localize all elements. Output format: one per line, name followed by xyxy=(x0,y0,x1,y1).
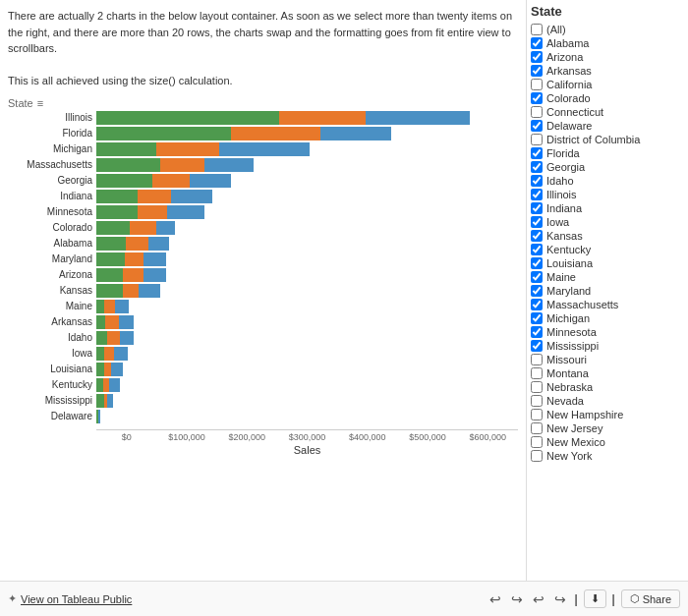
bar-group[interactable] xyxy=(96,127,391,140)
state-checkbox[interactable] xyxy=(531,230,543,242)
list-item[interactable]: District of Columbia xyxy=(531,133,684,146)
list-item[interactable]: New Jersey xyxy=(531,421,684,435)
list-item[interactable]: Minnesota xyxy=(531,325,684,339)
list-item[interactable]: Nebraska xyxy=(531,380,684,394)
list-item[interactable]: Massachusetts xyxy=(531,298,684,311)
list-item[interactable]: Georgia xyxy=(531,160,684,174)
list-item[interactable]: Illinois xyxy=(531,188,684,201)
forward-button[interactable]: ↪ xyxy=(552,589,568,609)
bar-group[interactable] xyxy=(96,394,113,408)
bar-group[interactable] xyxy=(96,142,310,156)
share-button[interactable]: ⬡ Share xyxy=(621,589,680,608)
state-checkbox[interactable] xyxy=(531,271,543,283)
state-checkbox[interactable] xyxy=(531,37,543,49)
bar-label: Mississippi xyxy=(8,395,96,406)
state-checkbox[interactable] xyxy=(531,340,543,352)
list-item[interactable]: Montana xyxy=(531,366,684,380)
state-checkbox[interactable] xyxy=(531,312,543,324)
state-checkbox[interactable] xyxy=(531,422,543,434)
list-item[interactable]: Arizona xyxy=(531,50,684,64)
list-item[interactable]: Connecticut xyxy=(531,105,684,119)
list-item[interactable]: Michigan xyxy=(531,311,684,325)
list-item[interactable]: Arkansas xyxy=(531,64,684,78)
state-label: Colorado xyxy=(546,92,591,104)
state-checkbox[interactable] xyxy=(531,134,543,145)
back-button[interactable]: ↩ xyxy=(531,589,546,609)
state-checkbox[interactable] xyxy=(531,216,543,228)
list-item[interactable]: New York xyxy=(531,449,684,463)
state-checkbox[interactable] xyxy=(531,244,543,255)
bar-group[interactable] xyxy=(96,252,166,266)
list-item[interactable]: Missouri xyxy=(531,353,684,366)
state-checkbox[interactable] xyxy=(531,354,543,365)
list-item[interactable]: Kentucky xyxy=(531,243,684,256)
state-checkbox[interactable] xyxy=(531,189,543,200)
download-button[interactable]: ⬇ xyxy=(584,589,606,608)
state-checkbox[interactable] xyxy=(531,79,543,90)
list-item[interactable]: Delaware xyxy=(531,119,684,133)
bar-group[interactable] xyxy=(96,410,100,423)
list-item[interactable]: Kansas xyxy=(531,229,684,243)
bar-group[interactable] xyxy=(96,237,169,251)
state-checkbox[interactable] xyxy=(531,367,543,379)
bar-group[interactable] xyxy=(96,300,129,313)
state-checkbox[interactable] xyxy=(531,299,543,310)
list-item[interactable]: New Hampshire xyxy=(531,408,684,421)
bar-group[interactable] xyxy=(96,158,254,172)
list-item[interactable]: Mississippi xyxy=(531,339,684,353)
list-item[interactable]: Maine xyxy=(531,270,684,284)
state-checkbox[interactable] xyxy=(531,92,543,104)
state-label: Maine xyxy=(546,271,576,283)
state-checkbox[interactable] xyxy=(531,147,543,159)
list-item[interactable]: Idaho xyxy=(531,174,684,188)
state-checkbox[interactable] xyxy=(531,381,543,393)
undo-button[interactable]: ↩ xyxy=(487,589,503,609)
bar-group[interactable] xyxy=(96,190,212,203)
bar-group[interactable] xyxy=(96,284,160,298)
list-item[interactable]: Alabama xyxy=(531,36,684,50)
bar-group[interactable] xyxy=(96,315,134,329)
bar-group[interactable] xyxy=(96,111,470,125)
bar-group[interactable] xyxy=(96,221,175,235)
view-on-tableau-link[interactable]: View on Tableau Public xyxy=(21,593,132,605)
list-item[interactable]: Maryland xyxy=(531,284,684,298)
bar-group[interactable] xyxy=(96,174,231,188)
state-checkbox[interactable] xyxy=(531,51,543,63)
sort-icon[interactable]: ≡ xyxy=(37,97,43,109)
bar-group[interactable] xyxy=(96,331,134,345)
state-checkbox[interactable] xyxy=(531,395,543,407)
state-checkbox[interactable] xyxy=(531,326,543,338)
state-checkbox[interactable] xyxy=(531,24,543,35)
bar-segment-orange xyxy=(279,111,365,125)
list-item[interactable]: Louisiana xyxy=(531,256,684,270)
state-checkbox[interactable] xyxy=(531,285,543,297)
state-checkbox[interactable] xyxy=(531,257,543,269)
state-label: New Jersey xyxy=(546,422,602,434)
state-checkbox[interactable] xyxy=(531,161,543,173)
state-checkbox[interactable] xyxy=(531,202,543,214)
list-item[interactable]: Indiana xyxy=(531,201,684,215)
redo-button[interactable]: ↪ xyxy=(509,589,525,609)
bar-group[interactable] xyxy=(96,347,128,361)
list-item[interactable]: California xyxy=(531,78,684,91)
bar-segment-orange xyxy=(152,174,190,188)
state-checkbox[interactable] xyxy=(531,65,543,77)
list-item[interactable]: New Mexico xyxy=(531,435,684,449)
list-item[interactable]: Florida xyxy=(531,146,684,160)
state-checkbox[interactable] xyxy=(531,175,543,187)
bar-group[interactable] xyxy=(96,363,123,376)
state-checkbox[interactable] xyxy=(531,409,543,420)
bar-group[interactable] xyxy=(96,378,120,392)
bar-group[interactable] xyxy=(96,268,166,282)
list-item[interactable]: Colorado xyxy=(531,91,684,105)
bar-group[interactable] xyxy=(96,205,204,219)
list-item[interactable]: Nevada xyxy=(531,394,684,408)
bar-segment-blue xyxy=(120,331,134,345)
state-checkbox[interactable] xyxy=(531,106,543,118)
state-checkbox[interactable] xyxy=(531,436,543,448)
state-checkbox[interactable] xyxy=(531,120,543,132)
state-label: Georgia xyxy=(546,161,585,173)
list-item[interactable]: (All) xyxy=(531,23,684,36)
state-checkbox[interactable] xyxy=(531,450,543,462)
list-item[interactable]: Iowa xyxy=(531,215,684,229)
